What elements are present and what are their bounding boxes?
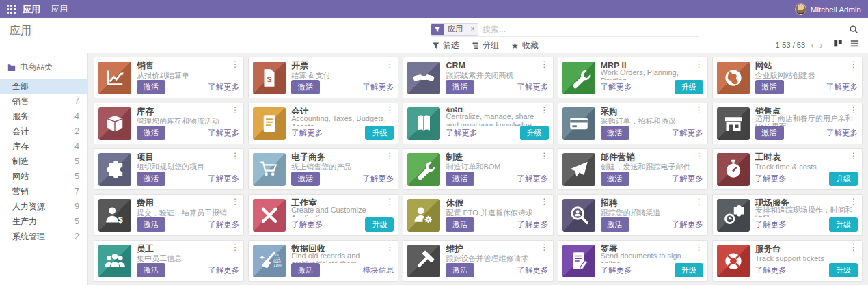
learn-more-link[interactable]: 了解更多 xyxy=(208,265,239,275)
kebab-menu-icon[interactable]: ⋮ xyxy=(385,197,394,206)
kanban-view-icon[interactable] xyxy=(833,39,843,48)
pager-prev-icon[interactable]: ‹ xyxy=(811,42,814,49)
kebab-menu-icon[interactable]: ⋮ xyxy=(695,243,703,252)
kebab-menu-icon[interactable]: ⋮ xyxy=(850,59,858,69)
upgrade-button[interactable]: 升级 xyxy=(520,126,549,140)
kebab-menu-icon[interactable]: ⋮ xyxy=(695,105,703,115)
activate-button[interactable]: 激活 xyxy=(291,263,320,277)
favorites-button[interactable]: ★ 收藏 xyxy=(511,40,539,51)
learn-more-link[interactable]: 了解更多 xyxy=(826,82,858,92)
kebab-menu-icon[interactable]: ⋮ xyxy=(850,105,858,115)
upgrade-button[interactable]: 升级 xyxy=(675,80,703,94)
learn-more-link[interactable]: 了解更多 xyxy=(755,265,787,275)
apps-grid-icon[interactable] xyxy=(7,5,16,14)
activate-button[interactable]: 激活 xyxy=(137,172,165,186)
kebab-menu-icon[interactable]: ⋮ xyxy=(850,197,858,206)
kebab-menu-icon[interactable]: ⋮ xyxy=(231,243,239,252)
activate-button[interactable]: 激活 xyxy=(755,80,784,94)
facet-remove-icon[interactable]: × xyxy=(467,24,478,35)
learn-more-link[interactable]: 了解更多 xyxy=(208,128,239,138)
activate-button[interactable]: 激活 xyxy=(446,172,474,186)
learn-more-link[interactable]: 了解更多 xyxy=(672,219,703,230)
kebab-menu-icon[interactable]: ⋮ xyxy=(695,197,703,206)
learn-more-link[interactable]: 了解更多 xyxy=(446,128,477,138)
sidebar-item[interactable]: 销售7 xyxy=(0,94,87,109)
upgrade-button[interactable]: 升级 xyxy=(829,172,858,186)
search-bar[interactable]: 应用 × xyxy=(431,22,699,37)
learn-more-link[interactable]: 了解更多 xyxy=(826,128,858,138)
sidebar-item[interactable]: 生产力5 xyxy=(0,214,87,229)
learn-more-link[interactable]: 了解更多 xyxy=(672,128,703,138)
activate-button[interactable]: 激活 xyxy=(446,217,474,232)
user-menu[interactable]: Mitchell Admin xyxy=(795,3,861,15)
module-info-link[interactable]: 模块信息 xyxy=(362,265,394,275)
learn-more-link[interactable]: 了解更多 xyxy=(362,82,394,92)
nav-submenu-apps[interactable]: 应用 xyxy=(51,3,68,15)
activate-button[interactable]: 激活 xyxy=(446,80,474,94)
sidebar-item[interactable]: 会计2 xyxy=(0,124,87,139)
sidebar-item[interactable]: 制造5 xyxy=(0,154,87,169)
sidebar-item[interactable]: 营销7 xyxy=(0,184,87,199)
upgrade-button[interactable]: 升级 xyxy=(829,217,858,232)
activate-button[interactable]: 激活 xyxy=(601,172,629,186)
kebab-menu-icon[interactable]: ⋮ xyxy=(695,151,703,161)
kebab-menu-icon[interactable]: ⋮ xyxy=(231,151,239,161)
filters-button[interactable]: 筛选 xyxy=(432,40,459,51)
activate-button[interactable]: 激活 xyxy=(137,126,165,140)
activate-button[interactable]: 激活 xyxy=(601,126,629,140)
activate-button[interactable]: 激活 xyxy=(291,80,320,94)
kebab-menu-icon[interactable]: ⋮ xyxy=(231,197,239,206)
kebab-menu-icon[interactable]: ⋮ xyxy=(541,197,549,206)
learn-more-link[interactable]: 了解更多 xyxy=(517,265,549,275)
learn-more-link[interactable]: 了解更多 xyxy=(517,174,549,184)
nav-menu-apps[interactable]: 应用 xyxy=(23,3,40,16)
pager-next-icon[interactable]: › xyxy=(819,42,823,49)
learn-more-link[interactable]: 了解更多 xyxy=(601,82,632,92)
learn-more-link[interactable]: 了解更多 xyxy=(672,174,703,184)
search-input[interactable] xyxy=(483,25,699,34)
list-view-icon[interactable] xyxy=(850,39,860,48)
kebab-menu-icon[interactable]: ⋮ xyxy=(385,105,394,115)
learn-more-link[interactable]: 了解更多 xyxy=(291,128,323,138)
kebab-menu-icon[interactable]: ⋮ xyxy=(541,105,549,115)
kebab-menu-icon[interactable]: ⋮ xyxy=(695,59,703,69)
group-by-button[interactable]: 分组 xyxy=(472,40,499,51)
sidebar-item[interactable]: 人力资源9 xyxy=(0,199,87,214)
learn-more-link[interactable]: 了解更多 xyxy=(517,219,549,230)
learn-more-link[interactable]: 了解更多 xyxy=(755,174,787,184)
activate-button[interactable]: 激活 xyxy=(601,217,629,232)
sidebar-item[interactable]: 系统管理2 xyxy=(0,229,87,244)
activate-button[interactable]: 激活 xyxy=(137,217,165,232)
activate-button[interactable]: 激活 xyxy=(755,126,784,140)
learn-more-link[interactable]: 了解更多 xyxy=(362,174,394,184)
sidebar-item[interactable]: 网站5 xyxy=(0,169,87,184)
activate-button[interactable]: 激活 xyxy=(137,80,165,94)
kebab-menu-icon[interactable]: ⋮ xyxy=(850,243,858,252)
sidebar-item[interactable]: 全部 xyxy=(0,79,87,94)
learn-more-link[interactable]: 了解更多 xyxy=(208,174,239,184)
kebab-menu-icon[interactable]: ⋮ xyxy=(541,59,549,69)
activate-button[interactable]: 激活 xyxy=(446,263,474,277)
kebab-menu-icon[interactable]: ⋮ xyxy=(850,151,858,161)
kebab-menu-icon[interactable]: ⋮ xyxy=(541,151,549,161)
upgrade-button[interactable]: 升级 xyxy=(365,217,394,232)
learn-more-link[interactable]: 了解更多 xyxy=(208,219,239,230)
kebab-menu-icon[interactable]: ⋮ xyxy=(385,59,394,69)
activate-button[interactable]: 激活 xyxy=(137,263,165,277)
kebab-menu-icon[interactable]: ⋮ xyxy=(231,59,239,69)
upgrade-button[interactable]: 升级 xyxy=(829,263,858,277)
upgrade-button[interactable]: 升级 xyxy=(365,126,394,140)
learn-more-link[interactable]: 了解更多 xyxy=(755,219,787,230)
sidebar-item[interactable]: 库存4 xyxy=(0,139,87,154)
sidebar-item[interactable]: 服务4 xyxy=(0,109,87,124)
learn-more-link[interactable]: 了解更多 xyxy=(291,219,323,230)
search-icon[interactable] xyxy=(849,25,858,36)
kebab-menu-icon[interactable]: ⋮ xyxy=(385,243,394,252)
learn-more-link[interactable]: 了解更多 xyxy=(208,82,239,92)
learn-more-link[interactable]: 了解更多 xyxy=(601,265,632,275)
activate-button[interactable]: 激活 xyxy=(291,172,320,186)
kebab-menu-icon[interactable]: ⋮ xyxy=(231,105,239,115)
upgrade-button[interactable]: 升级 xyxy=(675,263,703,277)
kebab-menu-icon[interactable]: ⋮ xyxy=(385,151,394,161)
kebab-menu-icon[interactable]: ⋮ xyxy=(541,243,549,252)
